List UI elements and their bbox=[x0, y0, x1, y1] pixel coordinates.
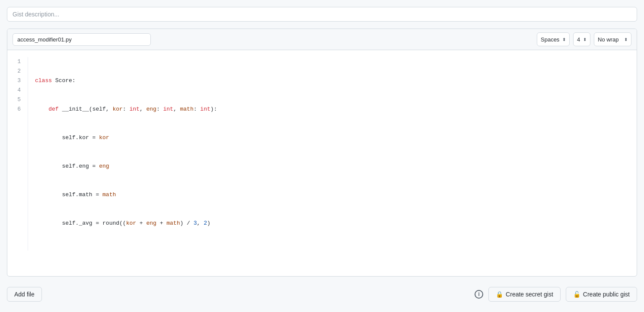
code-line-3: self.kor = kor bbox=[35, 133, 637, 143]
line-number: 2 bbox=[14, 67, 21, 76]
line-number: 5 bbox=[14, 95, 21, 105]
indent-size-dropdown[interactable]: 2 4 8 bbox=[577, 36, 580, 43]
line-number: 1 bbox=[14, 57, 21, 67]
create-secret-gist-button[interactable]: 🔒 Create secret gist bbox=[488, 287, 561, 302]
indent-mode-chevron-icon: ⬍ bbox=[562, 37, 566, 42]
line-number: 6 bbox=[14, 105, 21, 114]
indent-mode-dropdown[interactable]: Spaces Tabs bbox=[541, 36, 560, 43]
editor-controls: Spaces Tabs ⬍ 2 4 8 ⬍ No wrap Soft wrap bbox=[537, 32, 631, 46]
file-editor: Spaces Tabs ⬍ 2 4 8 ⬍ No wrap Soft wrap bbox=[7, 29, 637, 277]
create-public-gist-button[interactable]: 🔓 Create public gist bbox=[566, 287, 637, 302]
file-editor-header: Spaces Tabs ⬍ 2 4 8 ⬍ No wrap Soft wrap bbox=[7, 29, 637, 50]
indent-size-select[interactable]: 2 4 8 ⬍ bbox=[573, 32, 590, 46]
info-icon[interactable]: i bbox=[475, 290, 483, 299]
code-line-6: self._avg = round((kor + eng + math) / 3… bbox=[35, 219, 637, 228]
wrap-mode-dropdown[interactable]: No wrap Soft wrap bbox=[598, 36, 622, 43]
footer: Add file i 🔒 Create secret gist 🔓 Create… bbox=[7, 283, 637, 305]
line-number: 4 bbox=[14, 86, 21, 95]
code-line-1: class Score: bbox=[35, 76, 637, 86]
create-public-label: Create public gist bbox=[583, 291, 630, 298]
code-line-2: def __init__(self, kor: int, eng: int, m… bbox=[35, 105, 637, 114]
code-area: 1 2 3 4 5 6 class Score: def __init__(se… bbox=[7, 50, 637, 258]
info-symbol: i bbox=[478, 291, 479, 297]
add-file-label: Add file bbox=[14, 291, 35, 298]
line-number: 3 bbox=[14, 76, 21, 86]
code-line-4: self.eng = eng bbox=[35, 162, 637, 171]
add-file-button[interactable]: Add file bbox=[7, 287, 42, 302]
create-secret-label: Create secret gist bbox=[506, 291, 553, 298]
indent-mode-select[interactable]: Spaces Tabs ⬍ bbox=[537, 32, 570, 46]
lock-icon-secret: 🔒 bbox=[496, 291, 503, 298]
wrap-mode-chevron-icon: ⬍ bbox=[624, 37, 628, 42]
description-bar bbox=[7, 7, 637, 22]
indent-size-chevron-icon: ⬍ bbox=[583, 37, 587, 42]
footer-right: i 🔒 Create secret gist 🔓 Create public g… bbox=[475, 287, 637, 302]
description-input[interactable] bbox=[7, 7, 637, 22]
filename-input[interactable] bbox=[13, 33, 151, 46]
wrap-mode-select[interactable]: No wrap Soft wrap ⬍ bbox=[594, 32, 631, 46]
code-line-5: self.math = math bbox=[35, 190, 637, 200]
line-numbers: 1 2 3 4 5 6 bbox=[7, 57, 28, 251]
lock-icon-public: 🔓 bbox=[573, 291, 580, 298]
code-content[interactable]: class Score: def __init__(self, kor: int… bbox=[35, 57, 637, 251]
